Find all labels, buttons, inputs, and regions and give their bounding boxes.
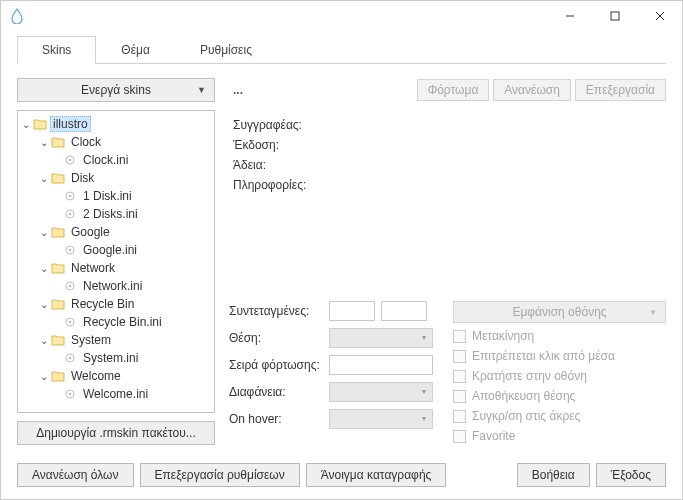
create-rmskin-button[interactable]: Δημιουργία .rmskin πακέτου...	[17, 421, 215, 445]
meta-author-label: Συγγραφέας:	[233, 118, 666, 132]
tree-file[interactable]: Google.ini	[20, 241, 212, 259]
gear-icon	[62, 387, 78, 401]
tree-folder[interactable]: ⌄Recycle Bin	[20, 295, 212, 313]
folder-icon	[50, 333, 66, 347]
tab-theme[interactable]: Θέμα	[96, 36, 175, 64]
check-save-position[interactable]: Αποθήκευση θέσης	[453, 389, 666, 403]
svg-point-7	[69, 195, 72, 198]
skin-name-label: ...	[229, 83, 243, 97]
on-hover-combo[interactable]: ▾	[329, 409, 433, 429]
svg-point-17	[69, 357, 72, 360]
tree-folder[interactable]: ⌄Google	[20, 223, 212, 241]
folder-icon	[50, 135, 66, 149]
check-click-through[interactable]: Επιτρέπεται κλικ από μέσα	[453, 349, 666, 363]
check-draggable[interactable]: Μετακίνηση	[453, 329, 666, 343]
checkbox-icon	[453, 390, 466, 403]
check-keep-on-screen[interactable]: Κρατήστε στην οθόνη	[453, 369, 666, 383]
svg-point-9	[69, 213, 72, 216]
tree-file[interactable]: Welcome.ini	[20, 385, 212, 403]
folder-icon	[50, 171, 66, 185]
transparency-label: Διαφάνεια:	[229, 385, 329, 399]
window-controls	[547, 1, 682, 31]
gear-icon	[62, 351, 78, 365]
chevron-down-icon: ▾	[422, 333, 426, 342]
tab-settings[interactable]: Ρυθμίσεις	[175, 36, 277, 64]
app-window: Skins Θέμα Ρυθμίσεις Ενεργά skins ▼ ⌄ il…	[0, 0, 683, 500]
refresh-all-button[interactable]: Ανανέωση όλων	[17, 463, 134, 487]
check-snap-edges[interactable]: Συγκρ/ση στις άκρες	[453, 409, 666, 423]
edit-button[interactable]: Επεξεργασία	[575, 79, 666, 101]
gear-icon	[62, 315, 78, 329]
meta-license-label: Άδεια:	[233, 158, 666, 172]
load-button[interactable]: Φόρτωμα	[417, 79, 490, 101]
bottom-bar: Ανανέωση όλων Επεξεργασία ρυθμίσεων Άνοι…	[1, 455, 682, 499]
edit-settings-button[interactable]: Επεξεργασία ρυθμίσεων	[140, 463, 300, 487]
active-skins-label: Ενεργά skins	[81, 83, 151, 97]
check-favorite[interactable]: Favorite	[453, 429, 666, 443]
refresh-button[interactable]: Ανανέωση	[493, 79, 571, 101]
tree-file[interactable]: System.ini	[20, 349, 212, 367]
transparency-combo[interactable]: ▾	[329, 382, 433, 402]
open-log-button[interactable]: Άνοιγμα καταγραφής	[306, 463, 447, 487]
checkbox-icon	[453, 430, 466, 443]
tree-folder[interactable]: ⌄ Clock	[20, 133, 212, 151]
checkbox-icon	[453, 350, 466, 363]
gear-icon	[62, 207, 78, 221]
app-icon	[9, 8, 25, 24]
help-button[interactable]: Βοήθεια	[517, 463, 590, 487]
tree-folder[interactable]: ⌄ Disk	[20, 169, 212, 187]
gear-icon	[62, 279, 78, 293]
coord-x-input[interactable]	[329, 301, 375, 321]
tree-folder[interactable]: ⌄Network	[20, 259, 212, 277]
display-monitor-combo[interactable]: Εμφάνιση οθόνης ▼	[453, 301, 666, 323]
meta-version-label: Έκδοση:	[233, 138, 666, 152]
checkbox-icon	[453, 370, 466, 383]
gear-icon	[62, 243, 78, 257]
svg-point-11	[69, 249, 72, 252]
svg-rect-1	[611, 12, 619, 20]
gear-icon	[62, 153, 78, 167]
svg-point-19	[69, 393, 72, 396]
svg-point-13	[69, 285, 72, 288]
maximize-button[interactable]	[592, 1, 637, 31]
folder-icon	[50, 297, 66, 311]
tree-file[interactable]: 1 Disk.ini	[20, 187, 212, 205]
load-order-input[interactable]	[329, 355, 433, 375]
chevron-down-icon: ▼	[197, 85, 206, 95]
svg-point-5	[69, 159, 72, 162]
active-skins-dropdown[interactable]: Ενεργά skins ▼	[17, 78, 215, 102]
chevron-down-icon: ▾	[422, 414, 426, 423]
folder-icon	[50, 369, 66, 383]
tree-folder[interactable]: ⌄System	[20, 331, 212, 349]
tree-folder-root[interactable]: ⌄ illustro	[20, 115, 212, 133]
position-combo[interactable]: ▾	[329, 328, 433, 348]
minimize-button[interactable]	[547, 1, 592, 31]
chevron-down-icon: ▼	[649, 308, 657, 317]
coord-y-input[interactable]	[381, 301, 427, 321]
meta-info-label: Πληροφορίες:	[233, 178, 666, 192]
tree-file[interactable]: Clock.ini	[20, 151, 212, 169]
chevron-down-icon: ▾	[422, 387, 426, 396]
gear-icon	[62, 189, 78, 203]
tab-bar: Skins Θέμα Ρυθμίσεις	[17, 35, 666, 64]
on-hover-label: On hover:	[229, 412, 329, 426]
checkbox-icon	[453, 410, 466, 423]
load-order-label: Σειρά φόρτωσης:	[229, 358, 329, 372]
tree-file[interactable]: Recycle Bin.ini	[20, 313, 212, 331]
tree-file[interactable]: Network.ini	[20, 277, 212, 295]
position-label: Θέση:	[229, 331, 329, 345]
checkbox-icon	[453, 330, 466, 343]
folder-icon	[50, 261, 66, 275]
exit-button[interactable]: Έξοδος	[596, 463, 666, 487]
close-button[interactable]	[637, 1, 682, 31]
svg-point-15	[69, 321, 72, 324]
folder-icon	[32, 117, 48, 131]
tab-skins[interactable]: Skins	[17, 36, 96, 64]
tree-folder[interactable]: ⌄Welcome	[20, 367, 212, 385]
skin-tree[interactable]: ⌄ illustro ⌄ Clock Clock.ini	[17, 110, 215, 413]
folder-icon	[50, 225, 66, 239]
tree-file[interactable]: 2 Disks.ini	[20, 205, 212, 223]
titlebar	[1, 1, 682, 31]
coords-label: Συντεταγμένες:	[229, 304, 329, 318]
